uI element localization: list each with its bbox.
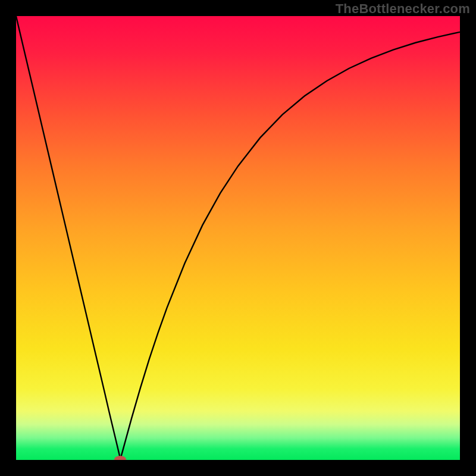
attribution-label: TheBottlenecker.com (336, 1, 470, 17)
optimal-point-marker (114, 456, 126, 461)
chart-container: TheBottlenecker.com (0, 0, 476, 476)
bottleneck-curve (16, 16, 460, 460)
plot-area (16, 16, 460, 460)
curve-path (16, 16, 460, 459)
